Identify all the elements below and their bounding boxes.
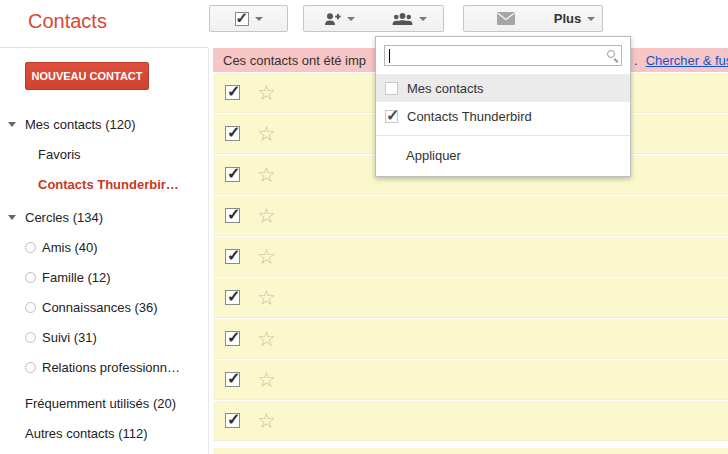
check-icon: ✓ bbox=[227, 164, 240, 183]
row-checkbox-checked[interactable]: ✓ bbox=[225, 126, 240, 141]
sidebar-list: Mes contacts (120)FavorisContacts Thunde… bbox=[0, 109, 205, 448]
person-add-icon bbox=[324, 12, 341, 26]
group-filter-input[interactable] bbox=[384, 45, 622, 66]
check-icon: ✓ bbox=[227, 287, 240, 306]
notification-message-end: .Chercher & fus bbox=[634, 53, 728, 68]
contact-row[interactable]: ✓☆ bbox=[213, 401, 728, 441]
more-actions-label: Plus bbox=[554, 11, 581, 26]
sidebar-divider bbox=[208, 48, 209, 454]
group-menu-item[interactable]: ✓Contacts Thunderbird bbox=[376, 102, 630, 130]
groups-dropdown-items: Mes contacts✓Contacts Thunderbird bbox=[376, 74, 630, 130]
row-checkbox-checked[interactable]: ✓ bbox=[225, 208, 240, 223]
sidebar-item[interactable]: Relations professionn… bbox=[0, 352, 205, 382]
select-all-button[interactable]: ✓ bbox=[209, 5, 288, 32]
email-button[interactable] bbox=[463, 5, 548, 32]
sidebar-item-label: Connaissances (36) bbox=[42, 300, 158, 315]
star-icon[interactable]: ☆ bbox=[257, 411, 276, 431]
circle-icon bbox=[25, 302, 36, 313]
more-actions-button[interactable]: Plus bbox=[547, 5, 603, 32]
contact-row[interactable]: ✓☆ bbox=[213, 319, 728, 359]
sidebar-item-label: Famille (12) bbox=[42, 270, 111, 285]
row-checkbox-checked[interactable]: ✓ bbox=[225, 85, 240, 100]
check-icon: ✓ bbox=[227, 369, 240, 388]
menu-divider bbox=[376, 135, 630, 136]
star-icon[interactable]: ☆ bbox=[257, 329, 276, 349]
row-checkbox-checked[interactable]: ✓ bbox=[225, 290, 240, 305]
header-divider bbox=[0, 47, 208, 48]
sidebar-item[interactable]: Fréquemment utilisés (20) bbox=[0, 388, 205, 418]
checkbox-checked-icon[interactable]: ✓ bbox=[385, 110, 398, 123]
sidebar-item[interactable]: Cercles (134) bbox=[0, 202, 205, 232]
star-icon[interactable]: ☆ bbox=[257, 247, 276, 267]
contact-row[interactable]: ✓☆ bbox=[213, 360, 728, 400]
find-merge-duplicates-link[interactable]: Chercher & fus bbox=[646, 53, 728, 68]
check-icon: ✓ bbox=[227, 328, 240, 347]
contact-row-partial[interactable] bbox=[213, 448, 728, 454]
checkbox-checked-icon: ✓ bbox=[235, 12, 249, 26]
text-cursor bbox=[389, 49, 390, 63]
sidebar-item[interactable]: Suivi (31) bbox=[0, 322, 205, 352]
star-icon[interactable]: ☆ bbox=[257, 83, 276, 103]
sidebar-item-label: Relations professionn… bbox=[42, 360, 180, 375]
check-icon: ✓ bbox=[227, 82, 240, 101]
group-menu-item-label: Mes contacts bbox=[407, 81, 484, 96]
sidebar-item[interactable]: Connaissances (36) bbox=[0, 292, 205, 322]
people-icon bbox=[392, 12, 413, 26]
circle-icon bbox=[25, 272, 36, 283]
sidebar-item[interactable]: Famille (12) bbox=[0, 262, 205, 292]
star-icon[interactable]: ☆ bbox=[257, 288, 276, 308]
check-icon: ✓ bbox=[227, 123, 240, 142]
notification-message: Ces contacts ont été imp bbox=[223, 53, 366, 68]
star-icon[interactable]: ☆ bbox=[257, 370, 276, 390]
check-icon: ✓ bbox=[227, 205, 240, 224]
sidebar-item-label: Suivi (31) bbox=[42, 330, 97, 345]
row-checkbox-checked[interactable]: ✓ bbox=[225, 413, 240, 428]
check-icon: ✓ bbox=[227, 410, 240, 429]
search-icon bbox=[607, 50, 615, 58]
sidebar-item-label: Favoris bbox=[38, 147, 81, 162]
circle-icon bbox=[25, 242, 36, 253]
star-icon[interactable]: ☆ bbox=[257, 124, 276, 144]
chevron-down-icon bbox=[587, 17, 595, 21]
sidebar-item[interactable]: Favoris bbox=[0, 139, 205, 169]
sidebar-item[interactable]: Autres contacts (112) bbox=[0, 418, 205, 448]
chevron-down-icon bbox=[347, 17, 355, 21]
chevron-down-icon bbox=[255, 17, 263, 21]
collapse-arrow-icon[interactable] bbox=[8, 122, 16, 127]
star-icon[interactable]: ☆ bbox=[257, 206, 276, 226]
sidebar-item-label: Contacts Thunderbir… bbox=[38, 177, 179, 192]
sidebar-item[interactable]: Contacts Thunderbir… bbox=[0, 169, 205, 199]
sidebar-item-label: Mes contacts (120) bbox=[25, 117, 136, 132]
group-menu-item-label: Contacts Thunderbird bbox=[407, 109, 532, 124]
sidebar-item-label: Cercles (134) bbox=[25, 210, 103, 225]
checkbox-unchecked-icon[interactable] bbox=[385, 82, 398, 95]
new-contact-button[interactable]: NOUVEAU CONTACT bbox=[25, 62, 149, 90]
circle-icon bbox=[25, 362, 36, 373]
chevron-down-icon bbox=[419, 17, 427, 21]
sidebar-item[interactable]: Mes contacts (120) bbox=[0, 109, 205, 139]
check-icon: ✓ bbox=[227, 246, 240, 265]
group-menu-item[interactable]: Mes contacts bbox=[376, 74, 630, 102]
sidebar-item-label: Autres contacts (112) bbox=[25, 426, 148, 441]
contact-row[interactable]: ✓☆ bbox=[213, 237, 728, 277]
sidebar-item-label: Fréquemment utilisés (20) bbox=[25, 396, 176, 411]
groups-button[interactable] bbox=[375, 5, 444, 32]
row-checkbox-checked[interactable]: ✓ bbox=[225, 331, 240, 346]
check-icon: ✓ bbox=[386, 106, 399, 125]
apply-button[interactable]: Appliquer bbox=[376, 141, 630, 171]
contact-row[interactable]: ✓☆ bbox=[213, 196, 728, 236]
contact-row[interactable]: ✓☆ bbox=[213, 278, 728, 318]
sidebar-item[interactable]: Amis (40) bbox=[0, 232, 205, 262]
page-title: Contacts bbox=[28, 10, 107, 33]
envelope-icon bbox=[497, 12, 515, 25]
collapse-arrow-icon[interactable] bbox=[8, 215, 16, 220]
sidebar-item-label: Amis (40) bbox=[42, 240, 98, 255]
row-checkbox-checked[interactable]: ✓ bbox=[225, 167, 240, 182]
groups-dropdown-menu: Mes contacts✓Contacts Thunderbird Appliq… bbox=[375, 36, 631, 177]
row-checkbox-checked[interactable]: ✓ bbox=[225, 372, 240, 387]
circle-icon bbox=[25, 332, 36, 343]
row-checkbox-checked[interactable]: ✓ bbox=[225, 249, 240, 264]
star-icon[interactable]: ☆ bbox=[257, 165, 276, 185]
add-contact-button[interactable] bbox=[303, 5, 376, 32]
